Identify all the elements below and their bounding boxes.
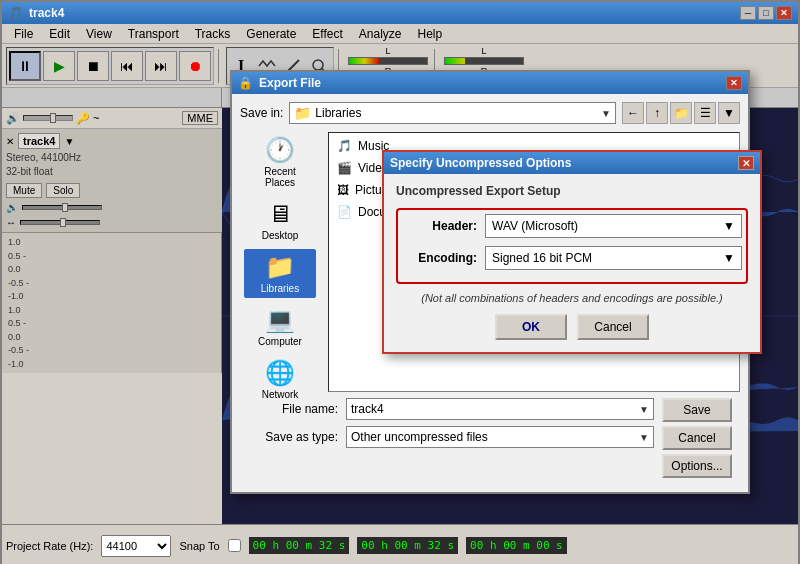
- place-network[interactable]: 🌐 Network: [244, 355, 316, 404]
- header-encoding-group: Header: WAV (Microsoft) ▼ Encoding: Sign…: [396, 208, 748, 284]
- header-value: WAV (Microsoft): [492, 219, 578, 233]
- menu-transport[interactable]: Transport: [120, 25, 187, 43]
- nav-back-btn[interactable]: ←: [622, 102, 644, 124]
- solo-btn[interactable]: Solo: [46, 183, 80, 198]
- menu-help[interactable]: Help: [410, 25, 451, 43]
- track-name-row: ✕ track4 ▼: [6, 133, 218, 149]
- record-btn[interactable]: ⏺: [179, 51, 211, 81]
- save-cancel-col: Save Cancel Options...: [662, 398, 732, 478]
- track-info: Stereo, 44100Hz 32-bit float: [6, 151, 218, 179]
- place-computer-label: Computer: [258, 336, 302, 347]
- pan-slider[interactable]: [20, 220, 100, 225]
- menu-view[interactable]: View: [78, 25, 120, 43]
- stop-btn[interactable]: ⏹: [77, 51, 109, 81]
- skip-end-btn[interactable]: ⏭: [145, 51, 177, 81]
- db-neg05: -0.5 -: [8, 278, 215, 288]
- desktop-icon: 🖥: [268, 200, 292, 228]
- track-dropdown-icon[interactable]: ▼: [64, 136, 74, 147]
- pause-btn[interactable]: ⏸: [9, 51, 41, 81]
- encoding-combo[interactable]: Signed 16 bit PCM ▼: [485, 246, 742, 270]
- music-file-icon: 🎵: [337, 139, 352, 153]
- app-icon: 🎵: [8, 6, 23, 20]
- time-display-3: 00 h 00 m 00 s: [466, 537, 567, 554]
- db-0.5: 0.5 -: [8, 251, 215, 261]
- file-name-row: File name: track4 ▼: [248, 398, 654, 420]
- place-computer[interactable]: 💻 Computer: [244, 302, 316, 351]
- window-title: track4: [29, 6, 64, 20]
- pictures-file-icon: 🖼: [337, 183, 349, 197]
- volume-row: 🔊 🔑 ~ MME: [2, 108, 222, 129]
- left-meter: [348, 57, 428, 65]
- minimize-btn[interactable]: ─: [740, 6, 756, 20]
- project-rate-label: Project Rate (Hz):: [6, 540, 93, 552]
- gain-slider[interactable]: [22, 205, 102, 210]
- gain-thumb[interactable]: [62, 203, 68, 212]
- close-track-icon[interactable]: ✕: [6, 136, 14, 147]
- save-as-type-label: Save as type:: [248, 430, 338, 444]
- save-in-row: Save in: 📁 Libraries ▼ ← ↑ 📁 ☰ ▼: [240, 102, 740, 124]
- maximize-btn[interactable]: □: [758, 6, 774, 20]
- nav-icons-row: ← ↑ 📁 ☰ ▼: [622, 102, 740, 124]
- nav-view2-btn[interactable]: ▼: [718, 102, 740, 124]
- export-title-left: 🔒 Export File: [238, 76, 321, 90]
- menu-tracks[interactable]: Tracks: [187, 25, 239, 43]
- mme-label[interactable]: MME: [182, 111, 218, 125]
- pan-thumb[interactable]: [60, 218, 66, 227]
- export-dialog-title: Export File: [259, 76, 321, 90]
- uncomp-body: Uncompressed Export Setup Header: WAV (M…: [384, 174, 760, 352]
- track-name-btn[interactable]: track4: [18, 133, 60, 149]
- uncomp-cancel-btn[interactable]: Cancel: [577, 314, 649, 340]
- nav-view-btn[interactable]: ☰: [694, 102, 716, 124]
- close-btn[interactable]: ✕: [776, 6, 792, 20]
- uncomp-note: (Not all combinations of headers and enc…: [396, 292, 748, 304]
- place-libraries[interactable]: 📁 Libraries: [244, 249, 316, 298]
- export-close-btn[interactable]: ✕: [726, 76, 742, 90]
- save-in-combo[interactable]: 📁 Libraries ▼: [289, 102, 616, 124]
- encoding-label: Encoding:: [402, 251, 477, 265]
- nav-new-folder-btn[interactable]: 📁: [670, 102, 692, 124]
- file-name-combo[interactable]: track4 ▼: [346, 398, 654, 420]
- toolbar-sep-1: [218, 49, 222, 83]
- encoding-field-row: Encoding: Signed 16 bit PCM ▼: [402, 246, 742, 270]
- play-btn[interactable]: ▶: [43, 51, 75, 81]
- project-rate-select[interactable]: 44100 48000 22050: [101, 535, 171, 557]
- menu-effect[interactable]: Effect: [304, 25, 350, 43]
- volume-icon: 🔊: [6, 112, 20, 125]
- menu-file[interactable]: File: [6, 25, 41, 43]
- uncomp-ok-btn[interactable]: OK: [495, 314, 567, 340]
- place-desktop[interactable]: 🖥 Desktop: [244, 196, 316, 245]
- file-name-arrow: ▼: [639, 404, 649, 415]
- track-header: ✕ track4 ▼ Stereo, 44100Hz 32-bit float …: [2, 129, 222, 233]
- transport-controls: ⏸ ▶ ⏹ ⏮ ⏭ ⏺: [6, 47, 214, 85]
- save-as-type-combo[interactable]: Other uncompressed files ▼: [346, 426, 654, 448]
- title-bar-left: 🎵 track4: [8, 6, 64, 20]
- menu-edit[interactable]: Edit: [41, 25, 78, 43]
- mute-btn[interactable]: Mute: [6, 183, 42, 198]
- menu-generate[interactable]: Generate: [238, 25, 304, 43]
- skip-start-btn[interactable]: ⏮: [111, 51, 143, 81]
- export-cancel-btn[interactable]: Cancel: [662, 426, 732, 450]
- pan-icon: ↔: [6, 217, 16, 228]
- nav-up-btn[interactable]: ↑: [646, 102, 668, 124]
- place-recent[interactable]: 🕐 Recent Places: [244, 132, 316, 192]
- db-neg10: -1.0: [8, 291, 215, 301]
- volume-slider[interactable]: [23, 115, 73, 121]
- file-name-value: track4: [351, 402, 384, 416]
- export-save-btn[interactable]: Save: [662, 398, 732, 422]
- snap-to-checkbox[interactable]: [228, 539, 241, 552]
- header-combo[interactable]: WAV (Microsoft) ▼: [485, 214, 742, 238]
- libraries-icon: 📁: [265, 253, 295, 281]
- documents-file-icon: 📄: [337, 205, 352, 219]
- uncomp-title-bar: Specify Uncompressed Options ✕: [384, 152, 760, 174]
- uncomp-close-btn[interactable]: ✕: [738, 156, 754, 170]
- volume-thumb[interactable]: [50, 113, 56, 123]
- db-1.0-2: 1.0: [8, 305, 215, 315]
- time-display-2: 00 h 00 m 32 s: [357, 537, 458, 554]
- uncomp-section-title: Uncompressed Export Setup: [396, 184, 748, 198]
- menu-bar: File Edit View Transport Tracks Generate…: [2, 24, 798, 44]
- export-options-btn[interactable]: Options...: [662, 454, 732, 478]
- time-display-1: 00 h 00 m 32 s: [249, 537, 350, 554]
- menu-analyze[interactable]: Analyze: [351, 25, 410, 43]
- ruler-left: [2, 88, 222, 108]
- recent-icon: 🕐: [265, 136, 295, 164]
